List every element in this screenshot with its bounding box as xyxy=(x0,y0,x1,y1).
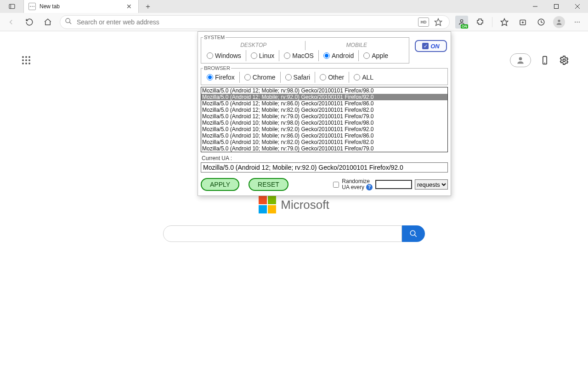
system-android-radio[interactable] xyxy=(323,52,330,59)
browser-other-radio[interactable] xyxy=(320,74,326,80)
new-tab-button[interactable]: ＋ xyxy=(139,0,157,13)
randomize-unit-select[interactable]: requests xyxy=(415,179,448,190)
svg-marker-10 xyxy=(501,18,508,25)
svg-rect-0 xyxy=(9,4,15,8)
browser-tab[interactable]: ⋯ New tab ✕ xyxy=(24,0,139,13)
maximize-button[interactable] xyxy=(546,0,567,13)
mobile-icon[interactable] xyxy=(539,55,550,66)
svg-point-19 xyxy=(563,59,565,62)
system-apple-option[interactable]: Apple xyxy=(359,50,393,61)
system-android-option[interactable]: Android xyxy=(319,50,359,61)
browser-safari-option[interactable]: Safari xyxy=(281,72,316,83)
browser-safari-radio[interactable] xyxy=(285,74,292,80)
profile-button[interactable] xyxy=(553,16,565,28)
tab-title: New tab xyxy=(40,3,121,10)
browser-chrome-option[interactable]: Chrome xyxy=(240,72,281,83)
ua-list-item[interactable]: Mozilla/5.0 (Android 10; Mobile; rv:86.0… xyxy=(201,132,447,139)
browser-legend: BROWSER xyxy=(203,65,231,71)
page-search xyxy=(163,225,425,242)
close-tab-button[interactable]: ✕ xyxy=(124,3,134,10)
tab-actions-button[interactable] xyxy=(0,0,24,13)
system-legend: SYSTEM xyxy=(203,34,226,40)
ua-list-item[interactable]: Mozilla/5.0 (Android 12; Mobile; rv:82.0… xyxy=(201,107,447,113)
randomize-checkbox[interactable] xyxy=(333,182,339,188)
page-search-input[interactable] xyxy=(163,225,402,242)
randomize-label: Randomize UA every ? xyxy=(342,178,373,190)
microsoft-wordmark: Microsoft xyxy=(281,198,329,212)
address-input[interactable] xyxy=(77,18,413,26)
account-pill[interactable] xyxy=(510,53,531,67)
ua-list-item[interactable]: Mozilla/5.0 (Android 10; Mobile; rv:82.0… xyxy=(201,139,447,145)
system-windows-radio[interactable] xyxy=(207,52,213,59)
svg-point-6 xyxy=(66,18,70,23)
user-agent-popup: ✓ ON SYSTEM DESKTOP MOBILE Windows Linux xyxy=(198,31,451,196)
svg-point-20 xyxy=(410,230,415,236)
ua-list-item[interactable]: Mozilla/5.0 (Android 12; Mobile; rv:92.0… xyxy=(201,94,447,100)
ua-list-item[interactable]: Mozilla/5.0 (Android 12; Mobile; rv:79.0… xyxy=(201,113,447,120)
browser-other-option[interactable]: Other xyxy=(315,72,349,83)
system-macos-radio[interactable] xyxy=(284,52,290,59)
browser-all-radio[interactable] xyxy=(354,74,360,80)
svg-marker-8 xyxy=(435,18,442,25)
system-fieldset: SYSTEM DESKTOP MOBILE Windows Linux MacO… xyxy=(201,34,409,63)
more-menu-button[interactable]: ⋯ xyxy=(571,16,583,29)
browser-firefox-option[interactable]: Firefox xyxy=(202,72,240,83)
reset-button[interactable]: RESET xyxy=(249,178,288,191)
address-bar[interactable]: HD xyxy=(60,15,450,29)
window-controls xyxy=(525,0,588,13)
svg-point-9 xyxy=(460,19,463,22)
extension-on-badge: ON xyxy=(461,24,468,29)
refresh-button[interactable] xyxy=(23,16,36,29)
extensions-button[interactable] xyxy=(474,16,486,29)
svg-point-15 xyxy=(558,19,560,22)
system-linux-option[interactable]: Linux xyxy=(246,50,279,61)
collections-button[interactable] xyxy=(516,16,529,29)
browser-chrome-radio[interactable] xyxy=(244,74,251,80)
microsoft-logo: Microsoft xyxy=(259,196,329,213)
ua-list-item[interactable]: Mozilla/5.0 (Android 10; Mobile; rv:79.0… xyxy=(201,145,447,152)
back-button[interactable] xyxy=(5,16,17,29)
user-agent-extension-button[interactable]: ON xyxy=(455,16,468,29)
history-button[interactable] xyxy=(535,16,548,29)
home-button[interactable] xyxy=(41,16,54,29)
svg-line-7 xyxy=(69,22,71,24)
tab-favicon: ⋯ xyxy=(28,3,36,10)
system-macos-option[interactable]: MacOS xyxy=(279,50,319,61)
page-search-button[interactable] xyxy=(402,225,425,242)
ua-list-item[interactable]: Mozilla/5.0 (Android 10; Mobile; rv:92.0… xyxy=(201,126,447,132)
browser-toolbar: HD ON ⋯ xyxy=(0,13,588,31)
svg-line-21 xyxy=(414,235,417,237)
toggle-label: ON xyxy=(430,43,440,50)
titlebar: ⋯ New tab ✕ ＋ xyxy=(0,0,588,13)
help-icon[interactable]: ? xyxy=(366,184,373,190)
favorites-star-icon[interactable] xyxy=(432,16,445,29)
microsoft-logo-icon xyxy=(259,196,276,213)
browser-fieldset: BROWSER Firefox Chrome Safari Other xyxy=(201,65,448,85)
ua-list-item[interactable]: Mozilla/5.0 (Android 12; Mobile; rv:86.0… xyxy=(201,100,447,107)
hd-badge[interactable]: HD xyxy=(418,17,429,27)
check-icon: ✓ xyxy=(422,43,429,49)
app-launcher-icon[interactable] xyxy=(22,56,30,64)
desktop-group-label: DESKTOP xyxy=(202,41,305,50)
settings-gear-icon[interactable] xyxy=(559,55,570,66)
favorites-button[interactable] xyxy=(498,16,511,29)
minimize-button[interactable] xyxy=(525,0,546,13)
search-icon xyxy=(65,17,72,26)
extension-toggle[interactable]: ✓ ON xyxy=(415,40,447,52)
user-agent-list[interactable]: Mozilla/5.0 (Android 12; Mobile; rv:98.0… xyxy=(201,87,448,152)
system-linux-radio[interactable] xyxy=(251,52,257,59)
browser-all-option[interactable]: ALL xyxy=(349,72,378,83)
system-windows-option[interactable]: Windows xyxy=(202,50,246,61)
svg-point-16 xyxy=(519,57,522,60)
apply-button[interactable]: APPLY xyxy=(201,178,239,191)
current-ua-label: Current UA : xyxy=(202,155,448,161)
system-apple-radio[interactable] xyxy=(363,52,370,59)
browser-firefox-radio[interactable] xyxy=(207,74,213,80)
current-ua-input[interactable] xyxy=(201,162,448,172)
mobile-group-label: MOBILE xyxy=(305,41,408,50)
randomize-interval-input[interactable] xyxy=(375,180,412,189)
ua-list-item[interactable]: Mozilla/5.0 (Android 10; Mobile; rv:98.0… xyxy=(201,120,447,126)
ua-list-item[interactable]: Mozilla/5.0 (Android 12; Mobile; rv:98.0… xyxy=(201,87,447,94)
svg-rect-3 xyxy=(554,5,559,9)
close-window-button[interactable] xyxy=(567,0,588,13)
